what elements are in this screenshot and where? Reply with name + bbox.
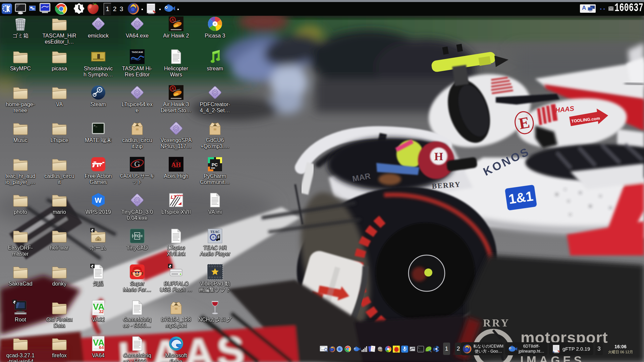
svg-text:32: 32 [99,309,104,314]
svg-text:64: 64 [99,345,104,350]
svg-text:RRY: RRY [483,317,510,329]
svg-text:>_: >_ [418,347,421,349]
svg-text:H: H [434,150,443,163]
